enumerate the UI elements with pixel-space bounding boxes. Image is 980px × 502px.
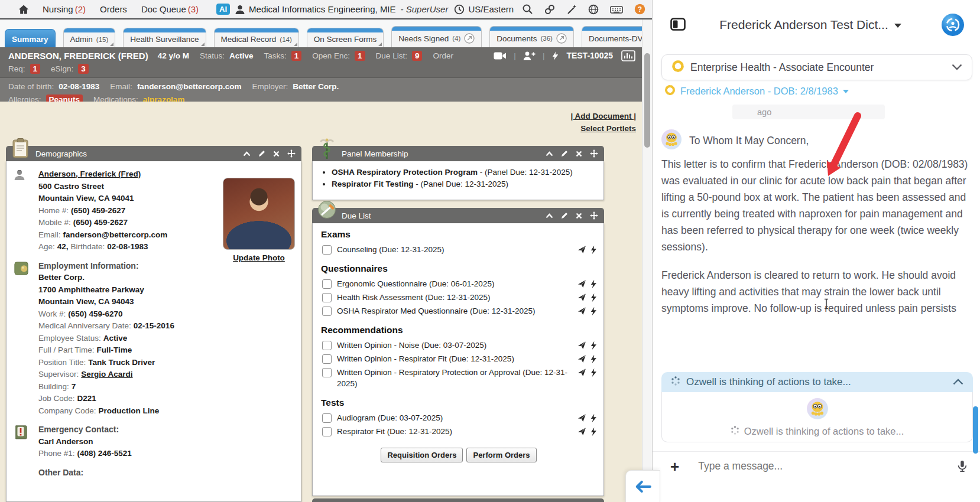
chevron-up-icon[interactable] xyxy=(953,377,963,387)
move-icon[interactable] xyxy=(590,149,598,158)
send-icon[interactable] xyxy=(577,427,586,436)
due-list-header[interactable]: Due List xyxy=(312,208,604,223)
bolt-icon[interactable] xyxy=(590,307,596,316)
help-icon[interactable]: ? xyxy=(634,4,645,15)
perform-orders-button[interactable]: Perform Orders xyxy=(466,448,536,462)
timezone-label[interactable]: US/Eastern xyxy=(468,4,514,14)
checkbox[interactable] xyxy=(322,413,332,423)
collapse-panel-button[interactable] xyxy=(625,470,660,502)
due-list-sections: ExamsCounseling (Due: 12-31-2025)Questio… xyxy=(321,229,596,438)
close-icon[interactable] xyxy=(576,213,582,219)
send-icon[interactable] xyxy=(577,341,586,350)
checkbox[interactable] xyxy=(322,354,332,364)
photo-block: Update Photo xyxy=(223,178,295,262)
requisition-orders-button[interactable]: Requisition Orders xyxy=(381,448,463,462)
thinking-banner[interactable]: Ozwell is thinking of actions to take... xyxy=(661,372,973,392)
assistant-scrollbar-thumb[interactable] xyxy=(973,406,978,454)
external-link-icon[interactable] xyxy=(464,33,475,44)
tab-documents[interactable]: Documents(36) xyxy=(489,26,574,47)
checkbox[interactable] xyxy=(322,341,332,350)
checkbox[interactable] xyxy=(322,293,332,302)
attach-icon[interactable]: + xyxy=(670,459,679,474)
close-icon[interactable] xyxy=(273,151,280,157)
bolt-icon[interactable] xyxy=(590,354,596,364)
camera-icon[interactable] xyxy=(494,51,507,60)
tab-summary[interactable]: Summary xyxy=(5,29,56,47)
ai-badge[interactable]: AI xyxy=(216,4,230,15)
bolt-icon[interactable] xyxy=(590,279,596,289)
bolt-icon[interactable] xyxy=(590,341,596,350)
field-link[interactable]: Anderson, Frederick (Fred) xyxy=(38,169,141,178)
stat-badge-due-list[interactable]: 9 xyxy=(412,51,423,61)
send-icon[interactable] xyxy=(577,368,586,377)
send-icon[interactable] xyxy=(577,245,586,254)
checkbox[interactable] xyxy=(322,245,332,255)
tab-medical-record[interactable]: Medical Record(14) xyxy=(214,28,299,47)
tab-on-screen-forms[interactable]: On Screen Forms xyxy=(307,28,384,47)
close-icon[interactable] xyxy=(576,151,582,157)
field-link[interactable]: Sergio Acardi xyxy=(81,370,132,379)
external-link-icon[interactable] xyxy=(556,33,567,44)
ehr-scrollbar[interactable] xyxy=(642,19,652,502)
collapse-icon[interactable] xyxy=(546,151,553,157)
checkbox[interactable] xyxy=(322,368,332,377)
panel-toggle-icon[interactable] xyxy=(670,18,686,33)
toolbar-nav-doc-queue[interactable]: Doc Queue(3) xyxy=(141,4,199,14)
ehr-scrollbar-thumb[interactable] xyxy=(644,53,650,148)
order-link[interactable]: Order xyxy=(433,51,453,60)
bolt-icon[interactable] xyxy=(590,245,596,255)
send-icon[interactable] xyxy=(577,413,586,422)
home-icon[interactable] xyxy=(18,4,30,15)
bolt-white-icon[interactable] xyxy=(551,51,558,61)
select-portlets-link[interactable]: Select Portlets xyxy=(570,122,636,135)
bolt-icon[interactable] xyxy=(590,368,596,377)
send-icon[interactable] xyxy=(577,307,586,315)
due-list-row: Ergonomic Questionnaire (Due: 06-01-2025… xyxy=(321,277,596,291)
send-icon[interactable] xyxy=(577,354,586,363)
panel-detail: - (Panel Due: 12-31-2025) xyxy=(414,180,509,188)
edit-icon[interactable] xyxy=(561,150,568,157)
bolt-icon[interactable] xyxy=(590,293,596,302)
keyboard-icon[interactable] xyxy=(610,4,623,15)
chart-icon[interactable] xyxy=(621,50,635,61)
stat-badge-esign[interactable]: 3 xyxy=(78,64,89,74)
send-icon[interactable] xyxy=(577,293,586,302)
panel-membership-header[interactable]: Panel Membership xyxy=(312,146,604,161)
move-icon[interactable] xyxy=(590,211,598,220)
wand-icon[interactable] xyxy=(566,4,577,15)
send-icon[interactable] xyxy=(577,279,586,288)
globe-icon[interactable] xyxy=(588,4,599,15)
toolbar-nav-orders[interactable]: Orders xyxy=(100,4,127,14)
search-icon[interactable] xyxy=(522,4,533,15)
encounter-selector[interactable]: Enterprise Health - Associate Encounter xyxy=(661,54,972,80)
collapse-icon[interactable] xyxy=(546,213,553,219)
person-add-icon[interactable] xyxy=(523,51,536,61)
move-icon[interactable] xyxy=(287,149,296,158)
stat-badge-open-enc[interactable]: 1 xyxy=(355,51,365,61)
toolbar-nav-nursing[interactable]: Nursing(2) xyxy=(43,4,86,14)
demographics-header[interactable]: Demographics xyxy=(6,146,301,161)
edit-icon[interactable] xyxy=(561,212,568,219)
stat-badge-tasks[interactable]: 1 xyxy=(291,51,302,61)
ozwell-logo[interactable] xyxy=(941,13,965,39)
link-icon[interactable] xyxy=(544,4,555,15)
checkbox[interactable] xyxy=(322,307,332,316)
tab-needs-signed[interactable]: Needs Signed(4) xyxy=(391,26,482,47)
bolt-icon[interactable] xyxy=(590,427,596,436)
patient-name[interactable]: ANDERSON, FREDERICK (FRED) xyxy=(8,51,148,61)
checkbox[interactable] xyxy=(322,427,332,436)
collapse-icon[interactable] xyxy=(243,151,251,157)
stat-badge-req[interactable]: 1 xyxy=(30,64,41,74)
update-photo-link[interactable]: Update Photo xyxy=(223,253,295,262)
checkbox[interactable] xyxy=(322,279,332,289)
tab-health-surveillance[interactable]: Health Surveillance xyxy=(123,28,206,47)
edit-icon[interactable] xyxy=(258,150,265,157)
add-document-link[interactable]: | Add Document | xyxy=(570,110,636,122)
field-line: Employee Status:Active xyxy=(38,333,177,345)
mic-icon[interactable] xyxy=(956,459,968,474)
conversation-title[interactable]: Frederick Anderson Test Dict... xyxy=(688,18,933,32)
patient-context[interactable]: Frederick Anderson - DOB: 2/8/1983 xyxy=(664,84,849,98)
message-input[interactable] xyxy=(697,459,956,473)
tab-admin[interactable]: Admin(15) xyxy=(63,28,116,47)
bolt-icon[interactable] xyxy=(590,413,596,423)
